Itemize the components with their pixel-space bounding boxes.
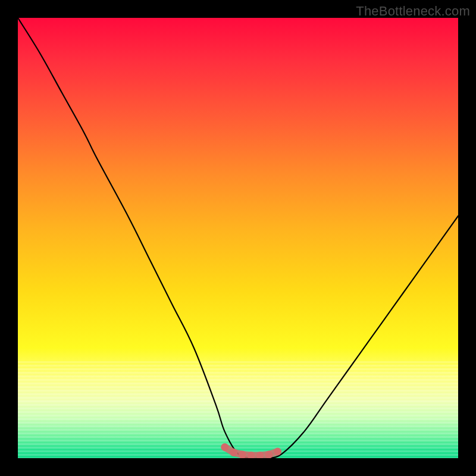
chart-svg — [18, 18, 458, 458]
chart-container: TheBottleneck.com — [0, 0, 476, 476]
optimal-marker-dot — [230, 449, 237, 456]
watermark-text: TheBottleneck.com — [356, 4, 470, 19]
optimal-marker-dot — [221, 443, 228, 451]
bottleneck-curve-path — [18, 18, 458, 458]
optimal-marker-dot — [274, 447, 281, 455]
plot-area — [18, 18, 458, 458]
optimal-marker-dot — [239, 451, 246, 458]
optimal-range-markers — [221, 443, 281, 458]
optimal-marker-dot — [265, 451, 273, 458]
